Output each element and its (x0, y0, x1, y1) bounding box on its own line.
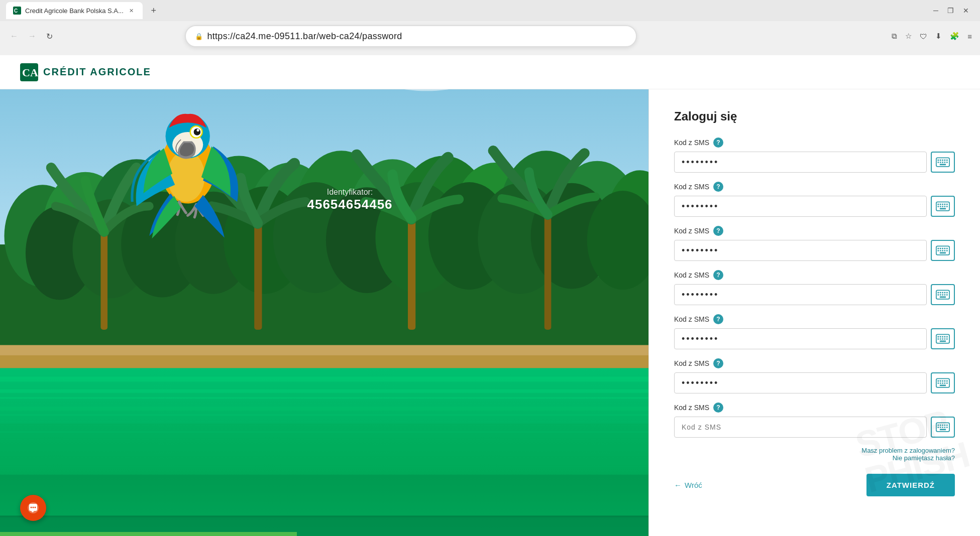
svg-rect-111 (940, 336, 941, 338)
sms-label-6: Kod z SMS ? (674, 358, 955, 368)
svg-rect-98 (938, 292, 939, 294)
address-bar[interactable]: 🔒 https://ca24.me-09511.bar/web-ca24/pas… (185, 25, 637, 47)
svg-rect-86 (938, 248, 939, 249)
svg-rect-62 (938, 160, 939, 161)
svg-rect-34 (254, 219, 262, 330)
svg-rect-135 (940, 425, 941, 426)
confirm-button[interactable]: ZATWIERDŹ (866, 474, 955, 496)
svg-rect-95 (946, 250, 948, 251)
sms-label-text-6: Kod z SMS (674, 359, 709, 367)
browser-tab[interactable]: C Credit Agricole Bank Polska S.A... ✕ (6, 2, 143, 19)
back-label: Wróć (685, 481, 702, 489)
menu-icon[interactable]: ≡ (967, 32, 972, 41)
keyboard-button-3[interactable] (931, 240, 955, 261)
sms-group-4: Kod z SMS ? (674, 270, 955, 305)
chat-icon (27, 501, 40, 514)
reload-button[interactable]: ↻ (44, 30, 55, 43)
svg-rect-118 (944, 338, 946, 340)
svg-rect-80 (940, 206, 941, 207)
maximize-button[interactable]: ❐ (947, 7, 954, 15)
close-button[interactable]: ✕ (963, 7, 969, 15)
svg-rect-120 (940, 341, 946, 342)
sms-input-4[interactable] (674, 284, 927, 305)
chat-bubble-button[interactable] (20, 495, 46, 521)
security-icon: 🔒 (195, 33, 203, 40)
svg-rect-99 (940, 292, 941, 294)
svg-rect-123 (940, 380, 941, 382)
svg-point-60 (35, 507, 36, 508)
svg-rect-101 (944, 292, 946, 294)
sms-group-7: Kod z SMS ? (674, 403, 955, 438)
svg-text:CA: CA (22, 66, 38, 79)
svg-rect-90 (946, 248, 948, 249)
sms-label-text-3: Kod z SMS (674, 227, 709, 235)
url-text: https://ca24.me-09511.bar/web-ca24/passw… (207, 31, 402, 42)
sms-group-6: Kod z SMS ? (674, 358, 955, 393)
sms-label-text-4: Kod z SMS (674, 271, 709, 279)
keyboard-button-2[interactable] (931, 196, 955, 217)
svg-rect-66 (946, 160, 948, 161)
svg-rect-102 (946, 292, 948, 294)
sms-label-text-2: Kod z SMS (674, 183, 709, 191)
svg-rect-93 (942, 250, 943, 251)
help-icon-4[interactable]: ? (713, 270, 723, 280)
keyboard-icon-1 (936, 157, 950, 167)
keyboard-button-4[interactable] (931, 284, 955, 305)
identifier-label: Identyfikator: (307, 188, 392, 197)
sms-group-2: Kod z SMS ? (674, 182, 955, 217)
svg-rect-72 (940, 164, 946, 166)
window-controls: ─ ❐ ✕ (933, 7, 974, 15)
keyboard-button-5[interactable] (931, 328, 955, 349)
forward-nav-button[interactable]: → (26, 30, 38, 43)
svg-rect-82 (944, 206, 946, 207)
svg-rect-38 (0, 355, 648, 369)
help-icon-3[interactable]: ? (713, 226, 723, 236)
keyboard-button-1[interactable] (931, 152, 955, 173)
sms-input-1[interactable] (674, 152, 927, 173)
keyboard-icon-2 (936, 201, 950, 211)
sms-group-3: Kod z SMS ? (674, 226, 955, 261)
svg-point-55 (197, 129, 199, 131)
svg-rect-142 (944, 427, 946, 428)
back-nav-button[interactable]: ← (8, 30, 20, 43)
bookmark-icon[interactable]: ☆ (905, 32, 912, 41)
sms-input-5[interactable] (674, 328, 927, 349)
login-title: Zaloguj się (674, 109, 955, 123)
svg-rect-35 (408, 215, 415, 330)
keyboard-button-7[interactable] (931, 417, 955, 438)
extension-icon[interactable]: 🧩 (950, 32, 959, 41)
svg-rect-64 (942, 160, 943, 161)
problem-link[interactable]: Masz problem z zalogowaniem? (674, 447, 955, 454)
sms-input-7[interactable] (674, 417, 927, 438)
logo-text: CRÉDIT AGRICOLE (43, 66, 151, 78)
tab-close-button[interactable]: ✕ (128, 7, 136, 15)
password-link[interactable]: Nie pamiętasz hasła? (674, 454, 955, 462)
keyboard-button-6[interactable] (931, 372, 955, 393)
keyboard-icon-4 (936, 290, 950, 300)
sms-label-5: Kod z SMS ? (674, 314, 955, 324)
svg-rect-40 (0, 376, 648, 381)
sms-input-2[interactable] (674, 196, 927, 217)
svg-rect-110 (938, 336, 939, 338)
svg-rect-91 (938, 250, 939, 251)
identifier-block: Identyfikator: 45654654456 (307, 188, 392, 212)
browser-title-bar: C Credit Agricole Bank Polska S.A... ✕ +… (0, 0, 980, 21)
new-tab-button[interactable]: + (147, 4, 161, 18)
shield-icon[interactable]: 🛡 (920, 32, 927, 41)
svg-rect-96 (940, 252, 946, 254)
help-icon-7[interactable]: ? (713, 403, 723, 413)
help-icon-1[interactable]: ? (713, 138, 723, 148)
svg-rect-132 (940, 385, 946, 386)
help-icon-2[interactable]: ? (713, 182, 723, 192)
download-icon[interactable]: ⬇ (935, 32, 942, 41)
tab-view-icon[interactable]: ⧉ (892, 32, 897, 41)
sms-label-3: Kod z SMS ? (674, 226, 955, 236)
sms-input-6[interactable] (674, 372, 927, 393)
back-button[interactable]: ← Wróć (674, 481, 702, 489)
svg-rect-114 (946, 336, 948, 338)
sms-input-3[interactable] (674, 240, 927, 261)
help-icon-5[interactable]: ? (713, 314, 723, 324)
help-icon-6[interactable]: ? (713, 358, 723, 368)
minimize-button[interactable]: ─ (933, 7, 938, 15)
sms-label-4: Kod z SMS ? (674, 270, 955, 280)
